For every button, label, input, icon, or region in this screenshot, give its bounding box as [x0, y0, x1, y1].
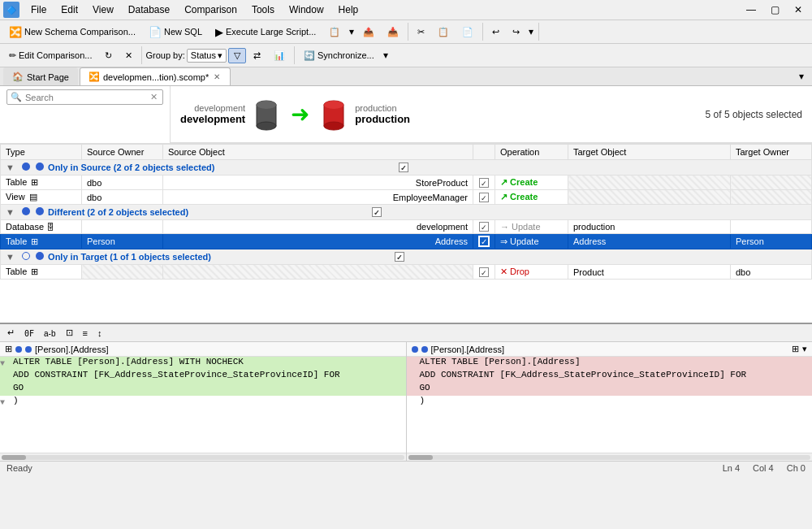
cell-checkbox-prod[interactable] [473, 265, 495, 280]
menu-edit[interactable]: Edit [54, 2, 84, 17]
toolbar-cut-button[interactable]: ✂ [412, 24, 430, 40]
toolbar-redo-button[interactable]: ↪ [507, 24, 525, 40]
bottom-wrap-button[interactable]: ↵ [3, 326, 19, 340]
toolbar-sep2 [482, 23, 483, 41]
col-target-owner: Target Owner [731, 145, 812, 160]
row-database[interactable]: Database 🗄 development → Update producti… [1, 220, 812, 234]
bottom-hex-button[interactable]: 0F [20, 327, 38, 340]
toolbar-dropdown-arrow2[interactable]: ▾ [527, 26, 535, 37]
edit-comparison-button[interactable]: ✏ Edit Comparison... [3, 48, 97, 63]
execute-large-script-button[interactable]: ▶ Execute Large Script... [209, 24, 322, 41]
left-scrollbar-thumb[interactable] [2, 455, 26, 460]
row-checkbox-addr[interactable] [478, 236, 490, 247]
row-checkbox-db[interactable] [479, 222, 489, 232]
group-expand-button[interactable]: ▼ [6, 163, 15, 172]
bottom-sync2-button[interactable]: ≡ [79, 327, 92, 340]
search-input[interactable] [25, 93, 149, 102]
menu-tools[interactable]: Tools [245, 2, 281, 17]
refresh-button[interactable]: ↻ [99, 48, 118, 63]
dropdown-arrow-icon: ▾ [218, 50, 222, 61]
toolbar-undo-button[interactable]: ↩ [486, 24, 505, 40]
cell-target-object1 [568, 176, 731, 190]
dot-filled-icon5 [36, 252, 44, 260]
objects-selected-count: 5 of 5 objects selected [706, 109, 802, 120]
filter-button[interactable]: ▽ [228, 48, 246, 63]
tab-close-button[interactable]: ✕ [212, 72, 222, 81]
window-close-button[interactable]: ✕ [788, 2, 809, 17]
menu-database[interactable]: Database [122, 2, 176, 17]
new-sql-button[interactable]: 📄 New SQL [143, 24, 208, 41]
search-clear-button[interactable]: ✕ [149, 92, 159, 102]
execute-icon: ▶ [215, 26, 223, 38]
close-comparison-button[interactable]: ✕ [119, 48, 138, 63]
tab-overflow-button[interactable]: ▾ [794, 69, 809, 84]
menu-window[interactable]: Window [283, 2, 330, 17]
toolbar-paste-button[interactable]: 📄 [456, 24, 479, 40]
menu-view[interactable]: View [86, 2, 120, 17]
row-checkbox2[interactable] [479, 193, 489, 202]
toolbar-action-btn2[interactable]: 📤 [357, 24, 380, 40]
toolbar-action-btn1[interactable]: 📋 [323, 24, 346, 40]
new-schema-comparison-label: New Schema Comparison... [24, 27, 136, 37]
group-checkbox-source[interactable] [399, 163, 408, 172]
right-panel-grid-icon: ⊞ [792, 344, 799, 354]
menu-file[interactable]: File [24, 2, 53, 17]
toolbar-copy-button[interactable]: 📋 [432, 24, 455, 40]
cell-checkbox1[interactable] [473, 176, 495, 190]
comparison-table: Type Source Owner Source Object Operatio… [0, 144, 812, 280]
swap-icon: ⇄ [253, 50, 261, 61]
cell-checkbox-db[interactable] [473, 220, 495, 234]
row-product[interactable]: Table ⊞ ✕ Drop Product dbo [1, 265, 812, 280]
cell-checkbox-addr[interactable] [473, 234, 495, 249]
row-address[interactable]: Table ⊞ Person Address ⇒ Update Address … [1, 234, 812, 249]
search-box[interactable]: 🔍 ✕ [6, 89, 163, 105]
new-schema-comparison-button[interactable]: 🔀 New Schema Comparison... [3, 24, 141, 41]
toolbar-action-btn3[interactable]: 📥 [382, 24, 404, 40]
row-employee-manager[interactable]: View ▤ dbo EmployeeManager ↗ Create [1, 190, 812, 205]
right-scrollbar[interactable] [407, 453, 813, 461]
group-target-expand-button[interactable]: ▼ [6, 252, 15, 262]
left-scrollbar[interactable] [0, 453, 406, 461]
group-different-header: ▼ Different (2 of 2 objects selected) [1, 205, 812, 220]
group-checkbox-target[interactable] [395, 252, 404, 262]
right-scrollbar-track [408, 455, 811, 460]
right-text-1: ALTER TABLE [Person].[Address] [420, 357, 813, 370]
synchronize-dropdown-arrow[interactable]: ▾ [382, 50, 390, 61]
right-code-body[interactable]: ALTER TABLE [Person].[Address] ADD CONST… [407, 357, 813, 453]
left-code-body[interactable]: ▼ ALTER TABLE [Person].[Address] WITH NO… [0, 357, 406, 453]
group-different-expand-button[interactable]: ▼ [6, 207, 15, 217]
row-checkbox-prod[interactable] [479, 267, 489, 277]
dot-filled-icon1 [22, 163, 30, 171]
row-checkbox1[interactable] [479, 178, 489, 188]
right-panel-overflow-icon[interactable]: ▾ [802, 344, 807, 354]
svg-point-3 [257, 101, 276, 109]
tab-comparison-label: developmen...tion).scomp* [103, 72, 209, 82]
report-button[interactable]: 📊 [268, 48, 291, 63]
group-by-dropdown[interactable]: Status ▾ [187, 49, 227, 63]
swap-button[interactable]: ⇄ [248, 48, 266, 63]
bottom-sync3-button[interactable]: ↕ [93, 327, 106, 340]
tab-comparison[interactable]: 🔀 developmen...tion).scomp* ✕ [80, 67, 231, 85]
menu-comparison[interactable]: Comparison [178, 2, 244, 17]
toolbar-dropdown-arrow1[interactable]: ▾ [348, 26, 356, 37]
right-scrollbar-thumb[interactable] [408, 455, 433, 460]
status-right: Ln 4 Col 4 Ch 0 [723, 463, 806, 473]
action3-icon: 📥 [387, 27, 399, 37]
tab-start-page[interactable]: 🏠 Start Page [3, 67, 78, 85]
bottom-ab-button[interactable]: a-b [40, 327, 59, 340]
close-icon: ✕ [125, 50, 132, 61]
cell-target-owner2 [731, 190, 812, 205]
table-type-label1: Table [6, 177, 27, 187]
dot-filled-icon4 [36, 207, 44, 215]
cell-target-owner-addr: Person [731, 234, 812, 249]
cell-checkbox2[interactable] [473, 190, 495, 205]
cell-source-object-addr: Address [163, 234, 473, 249]
group-checkbox-different[interactable] [372, 207, 382, 217]
row-store-product[interactable]: Table ⊞ dbo StoreProduct ↗ Create [1, 176, 812, 190]
window-restore-button[interactable]: ▢ [764, 2, 786, 17]
bottom-sync1-button[interactable]: ⊡ [62, 326, 77, 340]
menu-help[interactable]: Help [332, 2, 365, 17]
synchronize-button[interactable]: 🔄 Synchronize... [298, 48, 380, 63]
cell-target-object2 [568, 190, 731, 205]
window-minimize-button[interactable]: — [740, 2, 762, 17]
